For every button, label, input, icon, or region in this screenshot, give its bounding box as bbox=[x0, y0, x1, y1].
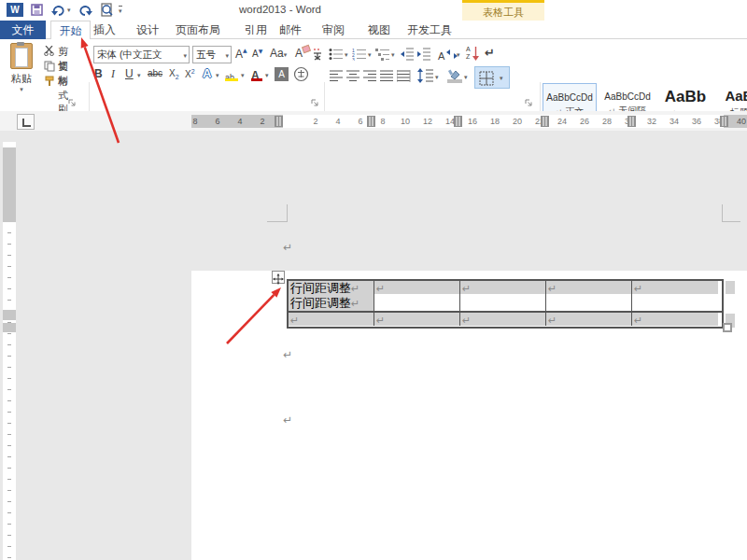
ruler-number: 36 bbox=[691, 117, 702, 126]
subscript-button[interactable]: X2 bbox=[169, 68, 179, 80]
highlight-dropdown-icon[interactable]: ▾ bbox=[241, 72, 245, 79]
justify-icon[interactable] bbox=[380, 70, 394, 82]
table-move-handle[interactable] bbox=[272, 271, 285, 284]
strikethrough-button[interactable]: abc bbox=[148, 68, 162, 78]
tab-design[interactable]: 设计 bbox=[134, 21, 161, 39]
font-color-button[interactable]: A bbox=[251, 66, 264, 82]
multilevel-list-icon[interactable] bbox=[375, 48, 390, 61]
ruler-number: 28 bbox=[601, 117, 613, 126]
show-marks-button[interactable]: ↵ bbox=[485, 47, 495, 60]
ruler-table-column-marker[interactable] bbox=[720, 116, 728, 127]
redo-icon[interactable] bbox=[78, 4, 92, 16]
distribute-icon[interactable] bbox=[397, 70, 411, 82]
table-cell[interactable]: ↵ bbox=[546, 281, 632, 311]
bullets-icon[interactable] bbox=[329, 48, 344, 61]
ruler-number: 4 bbox=[332, 117, 344, 126]
font-color-dropdown-icon[interactable]: ▾ bbox=[265, 72, 269, 79]
borders-dropdown-icon: ▾ bbox=[500, 75, 503, 82]
tab-page-layout[interactable]: 页面布局 bbox=[174, 21, 222, 39]
italic-button[interactable]: I bbox=[111, 67, 115, 81]
align-right-icon[interactable] bbox=[363, 70, 377, 82]
increase-indent-icon[interactable] bbox=[417, 48, 431, 61]
phonetic-guide-icon[interactable] bbox=[312, 48, 323, 61]
numbering-icon[interactable]: 123 bbox=[352, 48, 367, 61]
tab-mailings[interactable]: 邮件 bbox=[277, 21, 303, 39]
enclose-characters-icon[interactable] bbox=[293, 66, 309, 82]
font-name-combo[interactable]: 宋体 (中文正文 ▾ bbox=[93, 46, 190, 63]
table-resize-handle[interactable] bbox=[723, 323, 732, 332]
vruler-table-row-marker bbox=[3, 323, 16, 332]
save-icon[interactable] bbox=[31, 4, 44, 17]
bullets-dropdown-icon[interactable]: ▾ bbox=[345, 51, 348, 59]
tab-insert[interactable]: 插入 bbox=[92, 21, 118, 39]
clear-formatting-button[interactable]: A bbox=[295, 47, 303, 60]
shrink-font-button[interactable]: A▼ bbox=[252, 48, 262, 59]
highlight-button[interactable]: ab bbox=[225, 67, 240, 82]
undo-dropdown-icon[interactable]: ▾ bbox=[67, 7, 71, 14]
word-logo-icon[interactable]: W bbox=[7, 3, 23, 17]
ruler-table-column-marker[interactable] bbox=[275, 116, 283, 127]
borders-button[interactable]: ▾ bbox=[474, 66, 510, 89]
text-effects-button[interactable]: A bbox=[203, 66, 211, 80]
font-size-combo[interactable]: 五号 ▾ bbox=[192, 46, 232, 63]
font-color-bar bbox=[251, 78, 262, 81]
scissors-icon bbox=[44, 46, 55, 56]
paragraph-mark: ↵ bbox=[283, 413, 292, 427]
text-effects-dropdown-icon[interactable]: ▾ bbox=[216, 72, 219, 79]
print-preview-icon[interactable] bbox=[100, 3, 114, 18]
paste-button[interactable]: 粘贴 ▾ bbox=[4, 43, 39, 97]
table-cell-text: 行间距调整↵ bbox=[289, 296, 374, 311]
line-spacing-dropdown-icon[interactable]: ▾ bbox=[435, 74, 439, 81]
qat-customize-icon[interactable]: ▾ bbox=[119, 6, 122, 15]
align-center-icon[interactable] bbox=[346, 70, 360, 82]
font-dialog-launcher-icon[interactable] bbox=[310, 98, 319, 107]
ruler-number: 12 bbox=[422, 117, 433, 126]
document-table[interactable]: 行间距调整↵ 行间距调整↵ ↵ ↵ ↵ ↵ ↵ ↵ ↵ ↵ ↵ bbox=[287, 279, 724, 329]
decrease-indent-icon[interactable] bbox=[401, 48, 415, 61]
ruler-table-column-marker[interactable] bbox=[541, 116, 549, 127]
table-cell[interactable]: ↵ bbox=[374, 281, 460, 311]
table-cell[interactable]: ↵ bbox=[632, 313, 718, 326]
table-cell[interactable]: ↵ bbox=[460, 313, 546, 326]
clipboard-dialog-launcher-icon[interactable] bbox=[67, 98, 77, 107]
bold-button[interactable]: B bbox=[94, 67, 103, 80]
numbering-dropdown-icon[interactable]: ▾ bbox=[368, 51, 372, 59]
align-left-icon[interactable] bbox=[330, 70, 344, 82]
table-cell[interactable]: ↵ bbox=[460, 281, 546, 311]
character-shading-button[interactable]: A bbox=[275, 67, 289, 81]
ruler-number: 34 bbox=[669, 117, 680, 126]
tab-references[interactable]: 引用 bbox=[243, 21, 269, 39]
sort-arrow-icon bbox=[472, 47, 479, 61]
shading-dropdown-icon[interactable]: ▾ bbox=[464, 74, 468, 81]
superscript-button[interactable]: X2 bbox=[185, 68, 195, 79]
multilevel-dropdown-icon[interactable]: ▾ bbox=[391, 51, 395, 59]
ruler-table-column-marker[interactable] bbox=[627, 116, 636, 127]
ruler-table-column-marker[interactable] bbox=[454, 116, 462, 127]
table-cell[interactable]: ↵ bbox=[546, 313, 632, 326]
change-case-button[interactable]: Aa▾ bbox=[270, 47, 287, 60]
asian-layout-dropdown-icon[interactable]: ▾ bbox=[457, 51, 460, 59]
shading-icon[interactable] bbox=[446, 68, 463, 83]
underline-button[interactable]: U bbox=[125, 67, 134, 80]
grow-font-button[interactable]: A▲ bbox=[235, 47, 247, 61]
table-cell[interactable]: ↵ bbox=[289, 313, 374, 326]
tab-view[interactable]: 视图 bbox=[366, 21, 392, 39]
asian-layout-button[interactable]: A bbox=[438, 47, 444, 63]
paragraph-dialog-launcher-icon[interactable] bbox=[524, 98, 533, 107]
tab-review[interactable]: 审阅 bbox=[320, 21, 346, 39]
ruler-table-column-marker[interactable] bbox=[367, 116, 375, 127]
borders-grid-icon bbox=[479, 71, 494, 86]
line-spacing-icon[interactable] bbox=[417, 68, 434, 83]
undo-icon[interactable] bbox=[51, 4, 65, 16]
style-preview: AaBb bbox=[716, 88, 747, 104]
underline-dropdown-icon[interactable]: ▾ bbox=[137, 72, 141, 79]
table-cell[interactable]: ↵ bbox=[632, 281, 718, 311]
ruler-text-area[interactable] bbox=[283, 115, 724, 128]
table-cell[interactable]: 行间距调整↵ 行间距调整↵ bbox=[289, 281, 374, 311]
sort-button[interactable]: A Z bbox=[466, 46, 479, 63]
vertical-ruler[interactable] bbox=[3, 142, 16, 560]
tab-file[interactable]: 文件 bbox=[0, 21, 46, 39]
table-cell[interactable]: ↵ bbox=[374, 313, 460, 326]
tab-developer[interactable]: 开发工具 bbox=[405, 21, 454, 39]
tab-home[interactable]: 开始 bbox=[50, 21, 91, 39]
